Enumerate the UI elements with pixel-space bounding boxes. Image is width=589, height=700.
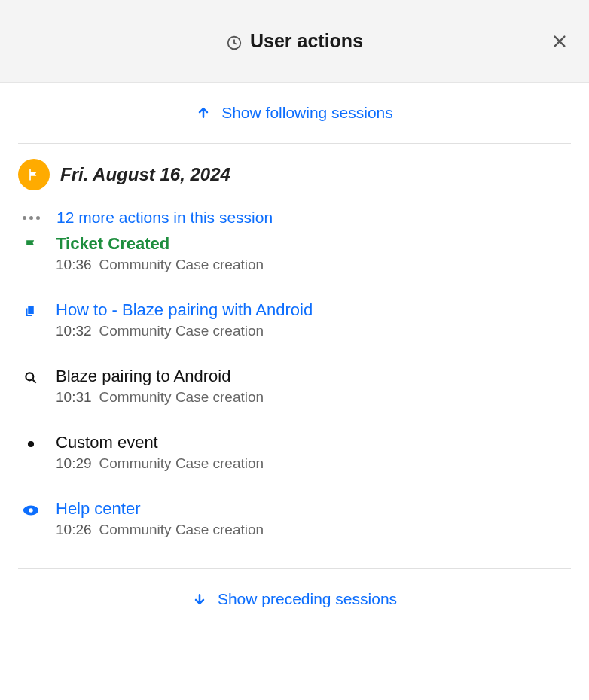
dot-icon: [23, 436, 39, 452]
timeline-item: Blaze pairing to Android 10:31 Community…: [23, 367, 571, 433]
timeline-sub: 10:36 Community Case creation: [56, 257, 571, 273]
more-actions-row[interactable]: 12 more actions in this session: [23, 208, 571, 227]
timeline-body: Help center 10:26 Community Case creatio…: [56, 499, 571, 538]
timeline-icon-col: [23, 300, 39, 320]
timeline-item: How to - Blaze pairing with Android 10:3…: [23, 300, 571, 367]
clock-icon: [226, 35, 243, 51]
timeline-sub: 10:31 Community Case creation: [56, 389, 571, 406]
close-icon: [551, 33, 568, 50]
timeline-time: 10:36: [56, 257, 92, 273]
timeline-time: 10:32: [56, 323, 92, 339]
svg-point-1: [26, 373, 33, 380]
timeline-desc: Community Case creation: [99, 389, 264, 406]
show-following-label: Show following sessions: [221, 104, 393, 122]
session-block: Fri. August 16, 2024 12 more actions in …: [0, 144, 589, 568]
show-following-button[interactable]: Show following sessions: [0, 83, 589, 143]
timeline-title: Ticket Created: [56, 234, 571, 254]
close-button[interactable]: [551, 33, 568, 50]
timeline-time: 10:29: [56, 455, 92, 472]
flag-icon: [26, 167, 41, 182]
timeline-time: 10:31: [56, 389, 92, 406]
timeline-body: Custom event 10:29 Community Case creati…: [56, 433, 571, 472]
timeline-body: Ticket Created 10:36 Community Case crea…: [56, 234, 571, 273]
search-icon: [23, 370, 39, 386]
arrow-up-icon: [196, 105, 211, 120]
panel-header: User actions: [0, 0, 589, 83]
page-icon: [23, 303, 39, 320]
svg-point-4: [29, 508, 33, 513]
show-preceding-label: Show preceding sessions: [218, 590, 397, 608]
flag-icon: [23, 237, 39, 254]
timeline-title: Blaze pairing to Android: [56, 367, 571, 386]
timeline-item: Ticket Created 10:36 Community Case crea…: [23, 234, 571, 300]
timeline-desc: Community Case creation: [99, 323, 264, 339]
header-title-group: User actions: [226, 30, 363, 52]
session-date-row: Fri. August 16, 2024: [18, 159, 571, 190]
more-actions-label: 12 more actions in this session: [56, 208, 273, 227]
timeline-icon-col: [23, 367, 39, 386]
timeline-sub: 10:32 Community Case creation: [56, 323, 571, 339]
eye-icon: [23, 502, 39, 519]
timeline-icon-col: [23, 433, 39, 452]
timeline-desc: Community Case creation: [99, 522, 264, 538]
session-flag-badge: [18, 159, 50, 190]
svg-point-2: [28, 441, 34, 447]
session-date: Fri. August 16, 2024: [60, 164, 230, 185]
timeline-icon-col: [23, 234, 39, 254]
timeline-item: Help center 10:26 Community Case creatio…: [23, 499, 571, 565]
timeline-title: Custom event: [56, 433, 571, 452]
timeline-desc: Community Case creation: [99, 257, 264, 273]
timeline-desc: Community Case creation: [99, 455, 264, 472]
timeline-body: How to - Blaze pairing with Android 10:3…: [56, 300, 571, 339]
timeline-sub: 10:29 Community Case creation: [56, 455, 571, 472]
timeline-body: Blaze pairing to Android 10:31 Community…: [56, 367, 571, 406]
panel-title: User actions: [250, 30, 363, 52]
timeline-item: Custom event 10:29 Community Case creati…: [23, 433, 571, 499]
timeline-title[interactable]: Help center: [56, 499, 571, 519]
show-preceding-button[interactable]: Show preceding sessions: [0, 569, 589, 629]
timeline-title[interactable]: How to - Blaze pairing with Android: [56, 300, 571, 320]
timeline-sub: 10:26 Community Case creation: [56, 522, 571, 538]
timeline-time: 10:26: [56, 522, 92, 538]
arrow-down-icon: [192, 592, 207, 607]
timeline-icon-col: [23, 499, 39, 519]
ellipsis-icon: [23, 216, 40, 220]
